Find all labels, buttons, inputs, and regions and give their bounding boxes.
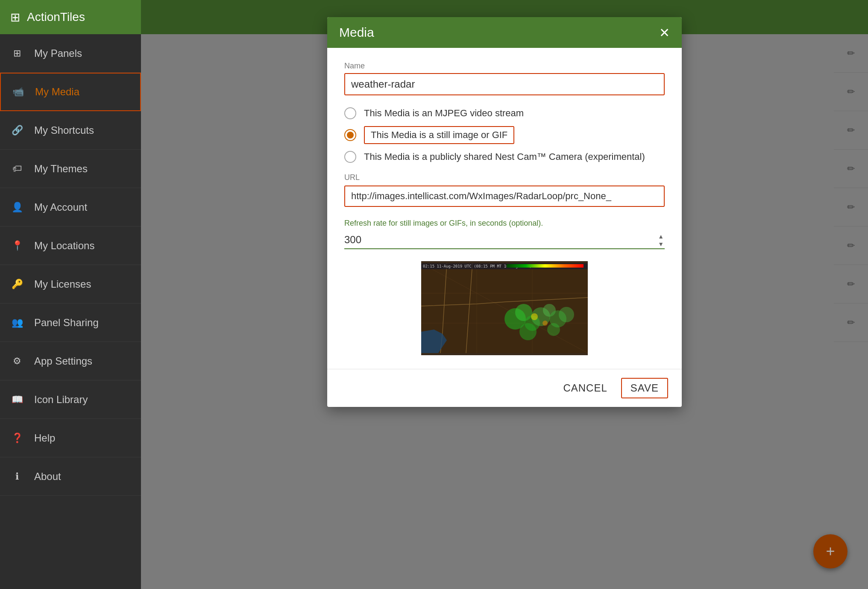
people-icon: 👥 xyxy=(10,317,24,328)
sidebar: ⊞ ActionTiles ⊞ My Panels 📹 My Media 🔗 M… xyxy=(0,0,141,589)
dialog-footer: CANCEL SAVE xyxy=(327,369,682,407)
dialog-overlay: Media ✕ Name This Media is an MJPEG vide… xyxy=(141,0,868,589)
app-title: ActionTiles xyxy=(27,10,85,24)
url-label: URL xyxy=(344,173,665,182)
radio-option-still[interactable]: This Media is a still image or GIF xyxy=(344,126,665,144)
tag-icon: 🏷 xyxy=(10,163,24,174)
sidebar-item-my-panels[interactable]: ⊞ My Panels xyxy=(0,34,141,73)
sidebar-label-my-shortcuts: My Shortcuts xyxy=(34,124,94,136)
sidebar-label-my-panels: My Panels xyxy=(34,47,82,59)
spinner-buttons: ▲ ▼ xyxy=(657,231,665,249)
person-icon: 👤 xyxy=(10,202,24,213)
save-button[interactable]: SAVE xyxy=(621,378,668,398)
sidebar-label-my-locations: My Locations xyxy=(34,240,94,252)
link-icon: 🔗 xyxy=(10,125,24,136)
help-icon: ❓ xyxy=(10,433,24,444)
video-icon: 📹 xyxy=(11,86,25,97)
sidebar-label-my-themes: My Themes xyxy=(34,163,88,175)
sidebar-header: ⊞ ActionTiles xyxy=(0,0,141,34)
sidebar-label-my-licenses: My Licenses xyxy=(34,278,91,290)
sidebar-item-my-shortcuts[interactable]: 🔗 My Shortcuts xyxy=(0,111,141,150)
name-input[interactable] xyxy=(344,73,665,95)
dialog-header: Media ✕ xyxy=(327,17,682,48)
sidebar-item-icon-library[interactable]: 📖 Icon Library xyxy=(0,380,141,419)
refresh-input-wrap: ▲ ▼ xyxy=(344,231,665,249)
radio-option-mjpeg[interactable]: This Media is an MJPEG video stream xyxy=(344,107,665,119)
location-icon: 📍 xyxy=(10,240,24,251)
sidebar-item-app-settings[interactable]: ⚙ App Settings xyxy=(0,342,141,380)
name-label: Name xyxy=(344,62,665,71)
media-dialog: Media ✕ Name This Media is an MJPEG vide… xyxy=(327,17,682,407)
svg-point-15 xyxy=(531,313,538,320)
url-field-group: URL xyxy=(344,173,665,207)
refresh-rate-label: Refresh rate for still images or GIFs, i… xyxy=(344,219,665,228)
sidebar-item-about[interactable]: ℹ About xyxy=(0,457,141,496)
sidebar-label-panel-sharing: Panel Sharing xyxy=(34,317,99,329)
gear-icon: ⚙ xyxy=(10,356,24,367)
spinner-up-button[interactable]: ▲ xyxy=(657,233,665,240)
sidebar-item-help[interactable]: ❓ Help xyxy=(0,419,141,457)
dialog-title: Media xyxy=(339,25,374,40)
info-icon: ℹ xyxy=(10,471,24,482)
sidebar-item-my-media[interactable]: 📹 My Media xyxy=(0,73,141,111)
radio-circle-nest xyxy=(344,151,356,163)
radio-circle-still xyxy=(344,129,356,141)
sidebar-item-my-account[interactable]: 👤 My Account xyxy=(0,188,141,227)
sidebar-label-my-media: My Media xyxy=(35,86,79,98)
sidebar-label-help: Help xyxy=(34,432,55,444)
svg-point-16 xyxy=(542,321,548,326)
sidebar-label-app-settings: App Settings xyxy=(34,355,92,367)
app-logo-icon: ⊞ xyxy=(10,10,20,24)
refresh-rate-input[interactable] xyxy=(344,231,665,249)
radio-option-nest[interactable]: This Media is a publicly shared Nest Cam… xyxy=(344,151,665,163)
svg-point-12 xyxy=(559,307,574,322)
sidebar-label-my-account: My Account xyxy=(34,201,87,213)
grid-icon: ⊞ xyxy=(10,48,24,59)
sidebar-item-my-licenses[interactable]: 🔑 My Licenses xyxy=(0,265,141,303)
cancel-button[interactable]: CANCEL xyxy=(563,382,607,394)
radio-circle-mjpeg xyxy=(344,107,356,119)
radio-label-still: This Media is a still image or GIF xyxy=(364,126,514,144)
svg-rect-19 xyxy=(507,264,584,268)
radio-label-nest: This Media is a publicly shared Nest Cam… xyxy=(364,151,645,162)
radar-map-svg: 02:15 11-Aug-2019 UTC (08:15 PM MT 10-Au… xyxy=(421,263,588,353)
refresh-field-group: Refresh rate for still images or GIFs, i… xyxy=(344,219,665,249)
dialog-body: Name This Media is an MJPEG video stream… xyxy=(327,48,682,369)
name-field-group: Name xyxy=(344,62,665,95)
svg-point-14 xyxy=(547,323,560,336)
media-type-radio-group: This Media is an MJPEG video stream This… xyxy=(344,107,665,163)
radar-preview: 02:15 11-Aug-2019 UTC (08:15 PM MT 10-Au… xyxy=(421,261,588,355)
radio-label-mjpeg: This Media is an MJPEG video stream xyxy=(364,108,524,119)
sidebar-item-my-themes[interactable]: 🏷 My Themes xyxy=(0,150,141,188)
spinner-down-button[interactable]: ▼ xyxy=(657,240,665,248)
book-icon: 📖 xyxy=(10,394,24,405)
sidebar-label-icon-library: Icon Library xyxy=(34,394,88,406)
url-input[interactable] xyxy=(344,186,665,207)
sidebar-item-my-locations[interactable]: 📍 My Locations xyxy=(0,227,141,265)
key-icon: 🔑 xyxy=(10,279,24,290)
sidebar-item-panel-sharing[interactable]: 👥 Panel Sharing xyxy=(0,303,141,342)
main-content: ✏ ✏ ✏ ✏ ✏ ✏ ✏ ✏ + Media ✕ Name xyxy=(141,0,868,589)
svg-point-13 xyxy=(519,323,537,340)
sidebar-label-about: About xyxy=(34,471,61,483)
dialog-close-button[interactable]: ✕ xyxy=(659,25,670,40)
